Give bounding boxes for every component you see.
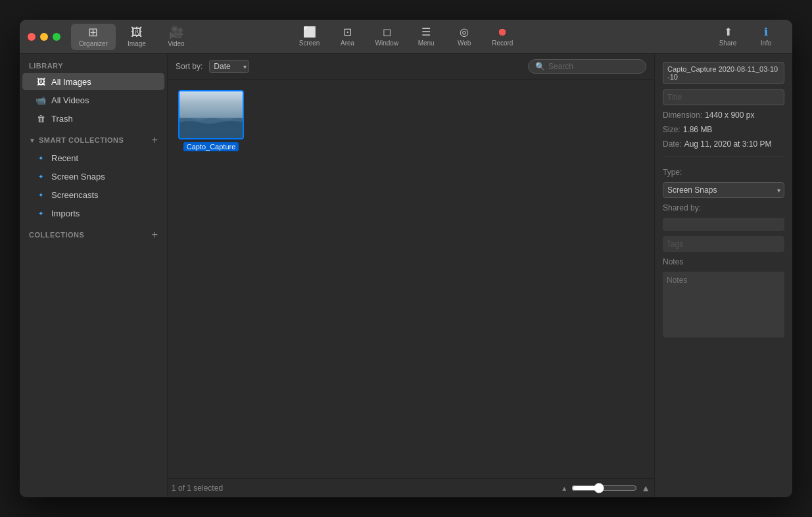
toolbar-web[interactable]: ◎ Web: [446, 24, 483, 49]
svg-rect-0: [179, 91, 244, 121]
toolbar-organizer[interactable]: ⊞ Organizer: [71, 24, 116, 50]
sidebar: LIBRARY 🖼 All Images 📹 All Videos 🗑 Tras…: [20, 54, 168, 497]
search-box[interactable]: 🔍: [528, 59, 646, 74]
trash-icon: 🗑: [36, 113, 46, 124]
type-label: Type:: [663, 168, 784, 177]
zoom-in-icon: ▲: [641, 483, 650, 493]
zoom-out-icon: ▲: [561, 485, 567, 492]
image-canvas: [179, 91, 243, 138]
status-bar: 1 of 1 selected ▲ ▲: [168, 478, 654, 497]
notes-label: Notes: [663, 257, 784, 266]
zoom-control: ▲ ▲: [561, 483, 650, 493]
info-separator-1: [663, 157, 784, 157]
shared-by-bar: [663, 218, 784, 231]
zoom-slider[interactable]: [571, 483, 637, 493]
info-filename: Capto_Capture 2020-08-11_03-10-10: [663, 62, 784, 84]
image-label: Capto_Capture: [183, 142, 239, 151]
smart-collections-header[interactable]: ▼ SMART COLLECTIONS +: [20, 128, 167, 149]
organizer-icon: ⊞: [88, 26, 98, 38]
search-input[interactable]: [548, 62, 639, 71]
share-icon: ⬆: [724, 27, 732, 37]
imports-icon: ✦: [36, 208, 46, 218]
sidebar-item-all-images[interactable]: 🖼 All Images: [22, 73, 164, 90]
sidebar-item-screencasts[interactable]: ✦ Screencasts: [22, 186, 164, 203]
all-images-label: All Images: [51, 77, 91, 87]
toolbar-image[interactable]: 🖼 Image: [118, 24, 155, 50]
content-toolbar: Sort by: Date Name Size Type 🔍: [168, 54, 654, 80]
image-thumbnail[interactable]: [178, 90, 244, 139]
screencasts-icon: ✦: [36, 189, 46, 200]
sort-select-wrapper: Date Name Size Type: [209, 60, 249, 73]
content-area: Sort by: Date Name Size Type 🔍: [168, 54, 654, 497]
toolbar-menu[interactable]: ☰ Menu: [408, 24, 444, 49]
view-toolbar-group: ⊞ Organizer 🖼 Image 🎥 Video: [71, 24, 195, 50]
video-label: Video: [168, 40, 184, 47]
smart-collections-add-button[interactable]: +: [152, 134, 158, 146]
toolbar-share[interactable]: ⬆ Share: [709, 24, 746, 49]
smart-collections-label: SMART COLLECTIONS: [39, 136, 152, 144]
record-icon: ⏺: [497, 27, 508, 37]
toolbar-video[interactable]: 🎥 Video: [158, 24, 195, 50]
info-dimension-row: Dimension: 1440 x 900 px: [663, 111, 784, 120]
main-content: LIBRARY 🖼 All Images 📹 All Videos 🗑 Tras…: [20, 54, 792, 497]
info-icon: ℹ: [764, 27, 768, 37]
info-size-row: Size: 1.86 MB: [663, 125, 784, 134]
screen-snaps-icon: ✦: [36, 171, 46, 182]
dimension-value: 1440 x 900 px: [705, 111, 754, 120]
tags-bar[interactable]: Tags: [663, 236, 784, 252]
app-window: ⊞ Organizer 🖼 Image 🎥 Video ⬜ Screen: [20, 20, 792, 497]
date-label: Date:: [663, 139, 682, 149]
shared-by-label: Shared by:: [663, 203, 784, 212]
image-label: Image: [128, 40, 146, 47]
sort-label: Sort by:: [176, 62, 203, 71]
sidebar-item-all-videos[interactable]: 📹 All Videos: [22, 91, 164, 109]
date-value: Aug 11, 2020 at 3:10 PM: [684, 139, 772, 149]
tags-label: Tags: [667, 239, 683, 249]
collections-label: COLLECTIONS: [29, 231, 152, 239]
image-grid: Capto_Capture: [168, 80, 654, 478]
organizer-label: Organizer: [79, 40, 108, 47]
trash-label: Trash: [51, 114, 73, 124]
recent-label: Recent: [51, 153, 78, 163]
info-date-row: Date: Aug 11, 2020 at 3:10 PM: [663, 139, 784, 149]
status-text: 1 of 1 selected: [172, 483, 223, 493]
toolbar-screen[interactable]: ⬜ Screen: [291, 24, 328, 49]
image-icon: 🖼: [131, 26, 143, 38]
library-section-label: LIBRARY: [20, 54, 167, 72]
sidebar-item-recent[interactable]: ✦ Recent: [22, 149, 164, 166]
smart-collections-chevron: ▼: [29, 137, 36, 144]
toolbar-area[interactable]: ⊡ Area: [329, 24, 366, 49]
screen-snaps-label: Screen Snaps: [51, 172, 105, 182]
all-videos-icon: 📹: [36, 95, 46, 105]
all-images-icon: 🖼: [36, 76, 46, 87]
sidebar-item-screen-snaps[interactable]: ✦ Screen Snaps: [22, 168, 164, 185]
action-toolbar-group: ⬆ Share ℹ Info: [709, 24, 784, 49]
main-toolbar: ⊞ Organizer 🖼 Image 🎥 Video ⬜ Screen: [71, 24, 784, 50]
toolbar-record[interactable]: ⏺ Record: [484, 24, 521, 49]
image-item[interactable]: Capto_Capture: [178, 90, 244, 151]
capture-toolbar-group: ⬜ Screen ⊡ Area ◻ Window ☰ Menu ◎ Web: [291, 24, 521, 49]
area-icon: ⊡: [343, 27, 352, 37]
web-icon: ◎: [460, 27, 469, 37]
info-title-input[interactable]: [663, 89, 784, 105]
window-icon: ◻: [383, 27, 391, 37]
notes-textarea[interactable]: [663, 272, 784, 337]
type-select-wrapper: Screen Snaps Imports Screencasts: [663, 182, 784, 198]
collections-add-button[interactable]: +: [152, 229, 158, 241]
all-videos-label: All Videos: [51, 95, 89, 105]
sidebar-item-imports[interactable]: ✦ Imports: [22, 205, 164, 222]
collections-header[interactable]: COLLECTIONS +: [20, 222, 167, 243]
dimension-label: Dimension:: [663, 111, 702, 120]
sort-select[interactable]: Date Name Size Type: [209, 60, 249, 73]
type-select[interactable]: Screen Snaps Imports Screencasts: [663, 182, 784, 198]
maximize-button[interactable]: [53, 33, 60, 41]
search-icon: 🔍: [535, 62, 545, 71]
minimize-button[interactable]: [40, 33, 48, 41]
toolbar-info[interactable]: ℹ Info: [748, 24, 784, 49]
size-value: 1.86 MB: [683, 125, 713, 134]
screencasts-label: Screencasts: [51, 190, 99, 200]
screen-icon: ⬜: [303, 27, 316, 37]
toolbar-window[interactable]: ◻ Window: [368, 24, 407, 49]
close-button[interactable]: [28, 33, 36, 41]
sidebar-item-trash[interactable]: 🗑 Trash: [22, 110, 164, 127]
